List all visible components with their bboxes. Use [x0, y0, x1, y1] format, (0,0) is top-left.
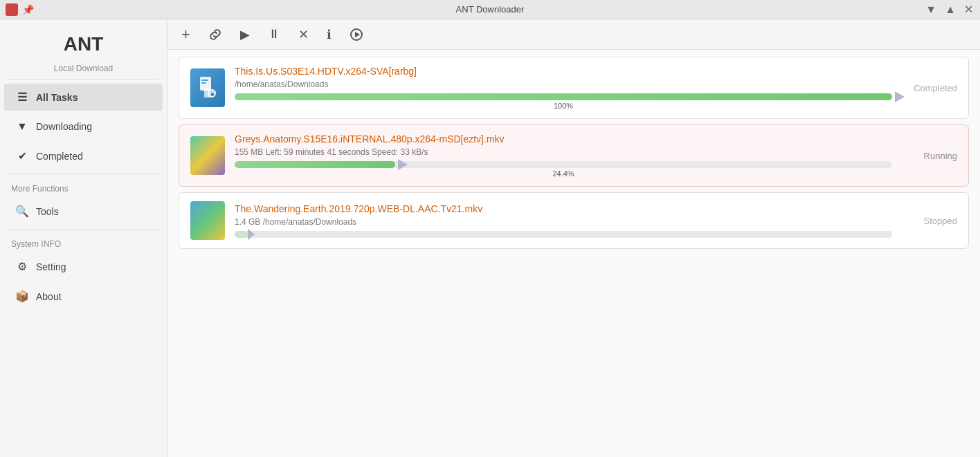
download-meta-3: 1.4 GB /home/anatas/Downloads: [235, 217, 892, 227]
download-path-1: /home/anatas/Downloads: [235, 80, 892, 89]
download-list: This.Is.Us.S03E14.HDTV.x264-SVA[rarbg] /…: [167, 50, 980, 457]
titlebar-left: 📌: [6, 3, 34, 16]
sidebar-item-completed[interactable]: ✔ Completed: [4, 142, 163, 169]
box-icon: 📦: [15, 290, 29, 303]
thumbnail-3: [190, 201, 225, 240]
window-title: ANT Downloader: [456, 4, 525, 15]
info-button[interactable]: ℹ: [324, 24, 334, 45]
list-icon: ☰: [15, 91, 29, 104]
titlebar: 📌 ANT Downloader ▼ ▲ ✕: [0, 0, 980, 19]
sidebar-item-about[interactable]: 📦 About: [4, 283, 163, 310]
sidebar-item-tools[interactable]: 🔍 Tools: [4, 198, 163, 225]
pin-icon[interactable]: 📌: [22, 4, 34, 15]
link-button[interactable]: [206, 25, 225, 44]
download-name-3: The.Wandering.Earth.2019.720p.WEB-DL.AAC…: [235, 203, 892, 214]
sidebar-item-all-tasks[interactable]: ☰ All Tasks: [4, 84, 163, 111]
sidebar-item-setting[interactable]: ⚙ Setting: [4, 253, 163, 280]
download-item-3[interactable]: The.Wandering.Earth.2019.720p.WEB-DL.AAC…: [179, 192, 969, 249]
app-icon: [6, 3, 18, 16]
stop-button[interactable]: ✕: [296, 24, 311, 45]
close-button[interactable]: ✕: [963, 3, 974, 16]
sidebar-item-downloading-label: Downloading: [36, 121, 92, 132]
download-info-3: The.Wandering.Earth.2019.720p.WEB-DL.AAC…: [235, 203, 892, 238]
divider-1: [8, 79, 158, 80]
main-layout: ANT Local Download ☰ All Tasks ▼ Downloa…: [0, 19, 980, 457]
download-meta-2: 155 MB Left: 59 minutes 41 seconds Speed…: [235, 147, 892, 157]
progress-pct-1: 100%: [235, 102, 892, 110]
download-status-1: Completed: [902, 83, 957, 93]
add-button[interactable]: +: [179, 23, 193, 46]
content-area: + ▶ ⏸ ✕ ℹ: [167, 19, 980, 457]
sidebar-item-completed-label: Completed: [36, 151, 83, 162]
window-controls: ▼ ▲ ✕: [924, 3, 974, 16]
svg-marker-1: [355, 32, 360, 37]
svg-rect-4: [201, 80, 208, 81]
sidebar-item-setting-label: Setting: [36, 261, 66, 272]
progress-bg-3: [235, 231, 892, 238]
thumbnail-2: [190, 136, 225, 175]
sidebar-item-downloading[interactable]: ▼ Downloading: [4, 113, 163, 140]
download-info-2: Greys.Anatomy.S15E16.iNTERNAL.480p.x264-…: [235, 133, 892, 178]
app-logo: ANT: [0, 19, 167, 58]
download-icon: ▼: [15, 120, 29, 133]
start-button[interactable]: ▶: [237, 24, 253, 45]
section-system-info: System INFO: [0, 232, 167, 252]
minimize-button[interactable]: ▼: [924, 3, 938, 16]
section-more-functions: More Functions: [0, 177, 167, 196]
download-name-1: This.Is.Us.S03E14.HDTV.x264-SVA[rarbg]: [235, 66, 892, 77]
sidebar-item-tools-label: Tools: [36, 206, 59, 217]
maximize-button[interactable]: ▲: [943, 3, 957, 16]
progress-fill-1: [235, 93, 892, 100]
divider-2: [8, 174, 158, 174]
progress-bg-1: [235, 93, 892, 100]
tools-icon: 🔍: [15, 205, 29, 218]
progress-arrow-3: [248, 229, 255, 240]
progress-fill-2: [235, 161, 395, 168]
section-local-download: Local Download: [0, 58, 167, 76]
download-name-2: Greys.Anatomy.S15E16.iNTERNAL.480p.x264-…: [235, 133, 892, 144]
gear-icon: ⚙: [15, 260, 29, 273]
download-item-2[interactable]: Greys.Anatomy.S15E16.iNTERNAL.480p.x264-…: [179, 124, 969, 187]
progress-arrow-2: [398, 159, 408, 170]
play-button[interactable]: [347, 25, 366, 44]
pause-button[interactable]: ⏸: [265, 24, 283, 44]
download-status-3: Stopped: [902, 216, 957, 226]
divider-3: [8, 229, 158, 230]
thumbnail-1: [190, 68, 225, 107]
svg-rect-5: [201, 82, 206, 84]
progress-fill-3: [235, 231, 248, 238]
progress-bg-2: [235, 161, 892, 168]
download-item-1[interactable]: This.Is.Us.S03E14.HDTV.x264-SVA[rarbg] /…: [179, 57, 969, 119]
toolbar: + ▶ ⏸ ✕ ℹ: [167, 19, 980, 50]
sidebar-item-about-label: About: [36, 291, 62, 302]
download-info-1: This.Is.Us.S03E14.HDTV.x264-SVA[rarbg] /…: [235, 66, 892, 110]
download-status-2: Running: [902, 151, 957, 161]
progress-pct-2: 24.4%: [235, 169, 892, 178]
check-icon: ✔: [15, 149, 29, 162]
sidebar: ANT Local Download ☰ All Tasks ▼ Downloa…: [0, 19, 167, 457]
sidebar-item-all-tasks-label: All Tasks: [36, 92, 78, 103]
progress-arrow-1: [895, 91, 905, 102]
